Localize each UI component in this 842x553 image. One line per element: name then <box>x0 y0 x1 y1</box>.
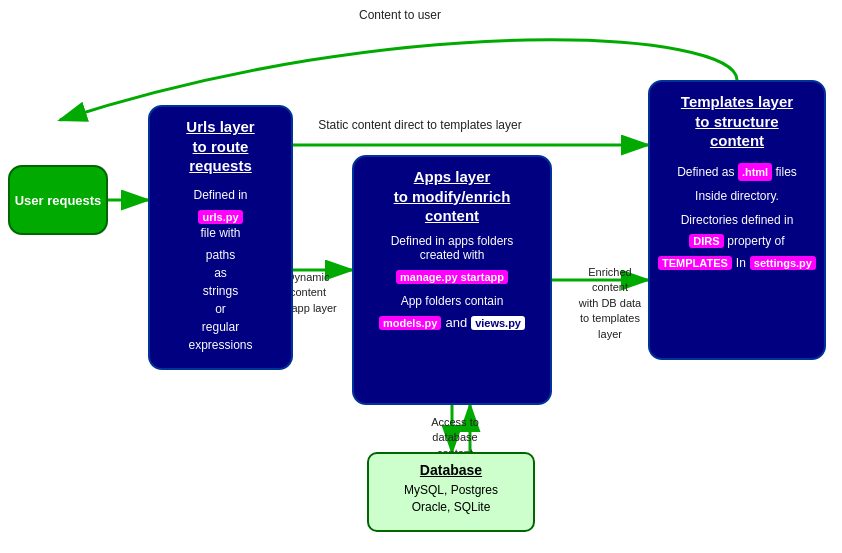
apps-defined-text: Defined in apps folderscreated with <box>362 234 542 262</box>
urls-file-with: file with <box>158 226 283 240</box>
files-text: files <box>776 165 797 179</box>
user-requests-box: User requests <box>8 165 108 235</box>
defined-as-text: Defined as <box>677 165 734 179</box>
templates-layer-title: Templates layerto structurecontent <box>658 92 816 151</box>
user-requests-label: User requests <box>15 193 102 208</box>
manage-badge-row: manage.py startapp <box>362 268 542 286</box>
dirs-badge-row: DIRS property of <box>658 232 816 250</box>
templates-directories: Directories defined in <box>658 211 816 229</box>
html-badge: .html <box>738 163 772 182</box>
apps-layer-title: Apps layerto modify/enrichcontent <box>362 167 542 226</box>
manage-startapp-badge: manage.py startapp <box>396 270 508 284</box>
label-enriched-content: Enriched content with DB data to templat… <box>565 265 655 342</box>
diagram-container: Content to user Static content direct to… <box>0 0 842 553</box>
templates-settings-row: TEMPLATES In settings.py <box>658 254 816 272</box>
settings-py-badge: settings.py <box>750 256 816 270</box>
apps-layer-box: Apps layerto modify/enrichcontent Define… <box>352 155 552 405</box>
urls-paths-text: pathsasstringsorregularexpressions <box>158 246 283 354</box>
property-of-text: property of <box>727 234 784 248</box>
urls-defined-in: Defined in <box>158 188 283 202</box>
database-box: Database MySQL, PostgresOracle, SQLite <box>367 452 535 532</box>
templates-badge: TEMPLATES <box>658 256 732 270</box>
templates-layer-box: Templates layerto structurecontent Defin… <box>648 80 826 360</box>
views-py-badge: views.py <box>471 316 525 330</box>
label-static-content: Static content direct to templates layer <box>310 118 530 132</box>
urls-layer-title: Urls layer to routerequests <box>158 117 283 176</box>
templates-info: Defined as .html files <box>658 161 816 184</box>
urls-layer-box: Urls layer to routerequests Defined in u… <box>148 105 293 370</box>
models-py-badge: models.py <box>379 316 441 330</box>
templates-inside: Inside directory. <box>658 187 816 205</box>
dirs-badge: DIRS <box>689 234 723 248</box>
label-content-to-user: Content to user <box>300 8 500 22</box>
database-title: Database <box>377 462 525 478</box>
urls-badge-row: urls.py <box>158 208 283 226</box>
and-text: and <box>445 315 467 330</box>
models-views-row: models.py and views.py <box>362 314 542 332</box>
app-folders-contain: App folders contain <box>362 294 542 308</box>
database-content: MySQL, PostgresOracle, SQLite <box>377 482 525 516</box>
in-text: In <box>736 254 746 272</box>
urls-py-badge: urls.py <box>198 210 242 224</box>
